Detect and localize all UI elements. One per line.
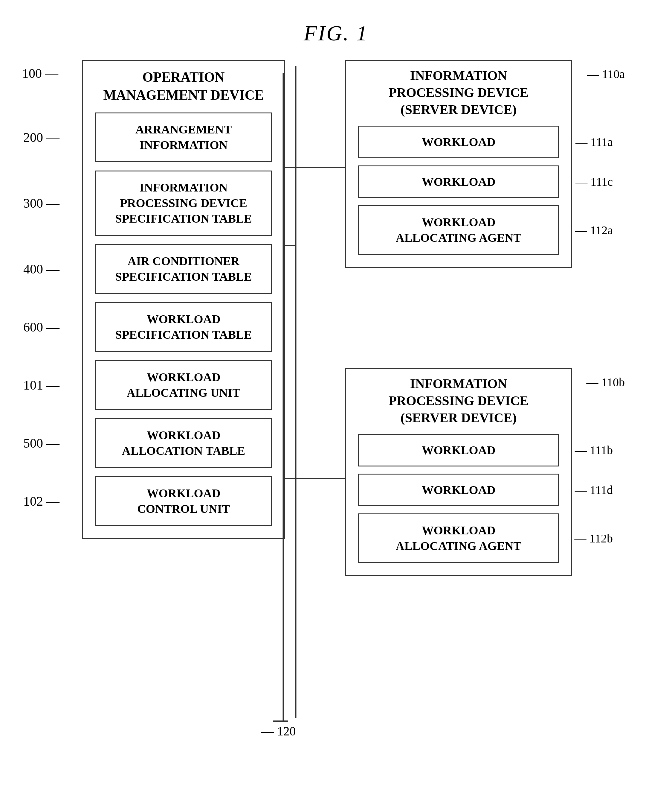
workload-111a-box: WORKLOAD	[358, 126, 559, 158]
ref-600: 600 —	[23, 319, 59, 334]
ref-400: 400 —	[23, 261, 59, 276]
air-cond-spec-row: 400 — AIR CONDITIONERSPECIFICATION TABLE	[95, 244, 272, 294]
workload-111d-box: WORKLOAD	[358, 474, 559, 506]
ref-300: 300 —	[23, 195, 59, 211]
ref-111c: — 111c	[575, 175, 613, 189]
page-title: FIG. 1	[22, 0, 650, 61]
ref-102: 102 —	[23, 494, 59, 509]
ref-120: — 120	[261, 724, 296, 738]
operation-management-device-box: OPERATION MANAGEMENT DEVICE 200 — ARRANG…	[82, 60, 285, 539]
arrangement-info-box: ARRANGEMENTINFORMATION	[95, 112, 272, 162]
arrangement-info-row: 200 — ARRANGEMENTINFORMATION	[95, 112, 272, 162]
ref-111b: — 111b	[575, 443, 613, 457]
workload-agent-112a-box: WORKLOADALLOCATING AGENT	[358, 205, 559, 255]
server-b-panel: — 110b INFORMATIONPROCESSING DEVICE(SERV…	[345, 368, 572, 576]
workload-111a-row: — 111a WORKLOAD	[358, 126, 559, 158]
ref-100: 100 —	[22, 66, 58, 81]
ref-101: 101 —	[23, 377, 59, 393]
ref-112b: — 112b	[574, 531, 613, 545]
workload-spec-row: 600 — WORKLOADSPECIFICATION TABLE	[95, 302, 272, 352]
ref-200: 200 —	[23, 129, 59, 145]
ref-111d: — 111d	[575, 483, 613, 497]
server-a-title: INFORMATIONPROCESSING DEVICE(SERVER DEVI…	[358, 61, 559, 126]
workload-ctrl-unit-row: 102 — WORKLOADCONTROL UNIT	[95, 476, 272, 526]
ref-111a: — 111a	[575, 135, 613, 149]
workload-111d-row: — 111d WORKLOAD	[358, 474, 559, 506]
workload-alloc-table-box: WORKLOADALLOCATION TABLE	[95, 418, 272, 468]
ref-110a: — 110a	[587, 67, 625, 81]
workload-alloc-unit-box: WORKLOADALLOCATING UNIT	[95, 360, 272, 410]
workload-agent-112b-row: — 112b WORKLOADALLOCATING AGENT	[358, 513, 559, 563]
ref-110b: — 110b	[586, 375, 625, 389]
workload-agent-112b-box: WORKLOADALLOCATING AGENT	[358, 513, 559, 563]
server-b-title: INFORMATIONPROCESSING DEVICE(SERVER DEVI…	[358, 369, 559, 434]
ref-500: 500 —	[23, 435, 59, 450]
workload-111b-box: WORKLOAD	[358, 434, 559, 466]
outer-box-title: OPERATION MANAGEMENT DEVICE	[95, 61, 272, 112]
server-a-panel: — 110a INFORMATIONPROCESSING DEVICE(SERV…	[345, 60, 572, 268]
workload-spec-box: WORKLOADSPECIFICATION TABLE	[95, 302, 272, 352]
workload-alloc-table-row: 500 — WORKLOADALLOCATION TABLE	[95, 418, 272, 468]
left-panel: 100 — OPERATION MANAGEMENT DEVICE 200 — …	[82, 60, 285, 539]
air-cond-spec-box: AIR CONDITIONERSPECIFICATION TABLE	[95, 244, 272, 294]
info-proc-spec-row: 300 — INFORMATIONPROCESSING DEVICESPECIF…	[95, 171, 272, 236]
workload-111c-row: — 111c WORKLOAD	[358, 166, 559, 198]
workload-alloc-unit-row: 101 — WORKLOADALLOCATING UNIT	[95, 360, 272, 410]
ref-112a: — 112a	[575, 223, 613, 237]
workload-ctrl-unit-box: WORKLOADCONTROL UNIT	[95, 476, 272, 526]
info-proc-spec-box: INFORMATIONPROCESSING DEVICESPECIFICATIO…	[95, 171, 272, 236]
workload-agent-112a-row: — 112a WORKLOADALLOCATING AGENT	[358, 205, 559, 255]
workload-111b-row: — 111b WORKLOAD	[358, 434, 559, 466]
workload-111c-box: WORKLOAD	[358, 166, 559, 198]
